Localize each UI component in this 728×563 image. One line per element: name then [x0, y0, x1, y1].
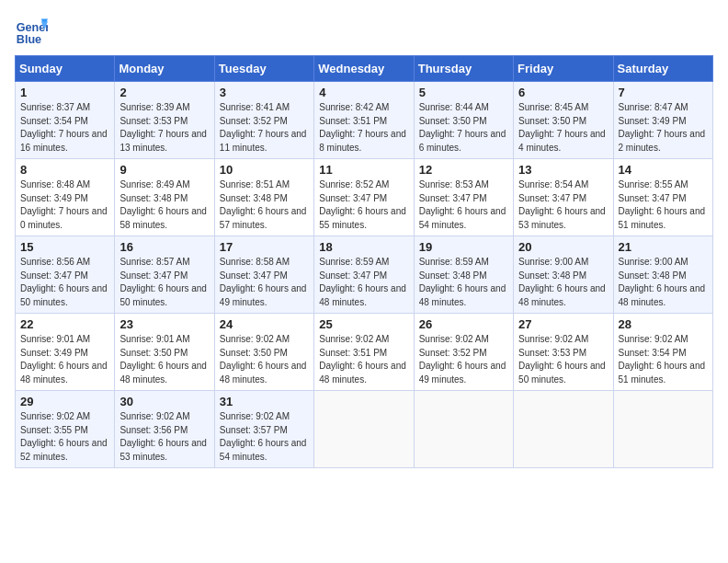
cell-details: Sunrise: 9:02 AMSunset: 3:54 PMDaylight:…	[619, 334, 706, 385]
week-row-2: 8 Sunrise: 8:48 AMSunset: 3:49 PMDayligh…	[16, 159, 713, 236]
calendar-cell: 8 Sunrise: 8:48 AMSunset: 3:49 PMDayligh…	[16, 159, 115, 236]
calendar-cell: 13 Sunrise: 8:54 AMSunset: 3:47 PMDaylig…	[514, 159, 613, 236]
col-header-tuesday: Tuesday	[214, 56, 313, 82]
cell-details: Sunrise: 8:41 AMSunset: 3:52 PMDaylight:…	[220, 102, 307, 153]
day-number: 29	[20, 395, 109, 408]
calendar-cell: 23 Sunrise: 9:01 AMSunset: 3:50 PMDaylig…	[115, 314, 214, 391]
calendar-cell: 30 Sunrise: 9:02 AMSunset: 3:56 PMDaylig…	[115, 391, 214, 468]
day-number: 22	[20, 317, 109, 331]
cell-details: Sunrise: 8:56 AMSunset: 3:47 PMDaylight:…	[20, 257, 108, 307]
day-number: 28	[619, 317, 708, 331]
cell-details: Sunrise: 9:02 AMSunset: 3:53 PMDaylight:…	[518, 334, 606, 385]
calendar-cell: 11 Sunrise: 8:52 AMSunset: 3:47 PMDaylig…	[314, 159, 414, 236]
cell-details: Sunrise: 8:42 AMSunset: 3:51 PMDaylight:…	[319, 102, 406, 153]
day-number: 15	[20, 240, 109, 254]
calendar-cell: 4 Sunrise: 8:42 AMSunset: 3:51 PMDayligh…	[314, 82, 414, 159]
cell-details: Sunrise: 8:59 AMSunset: 3:47 PMDaylight:…	[319, 257, 406, 307]
calendar-cell: 24 Sunrise: 9:02 AMSunset: 3:50 PMDaylig…	[214, 314, 313, 391]
cell-details: Sunrise: 8:51 AMSunset: 3:48 PMDaylight:…	[220, 179, 307, 230]
col-header-thursday: Thursday	[414, 56, 513, 82]
cell-details: Sunrise: 8:55 AMSunset: 3:47 PMDaylight:…	[619, 179, 706, 230]
calendar-cell: 22 Sunrise: 9:01 AMSunset: 3:49 PMDaylig…	[16, 314, 115, 391]
calendar-cell: 16 Sunrise: 8:57 AMSunset: 3:47 PMDaylig…	[115, 236, 214, 314]
cell-details: Sunrise: 8:48 AMSunset: 3:49 PMDaylight:…	[20, 179, 108, 230]
calendar-cell: 9 Sunrise: 8:49 AMSunset: 3:48 PMDayligh…	[115, 159, 214, 236]
cell-details: Sunrise: 8:44 AMSunset: 3:50 PMDaylight:…	[419, 102, 506, 153]
day-number: 23	[119, 317, 209, 331]
cell-details: Sunrise: 9:00 AMSunset: 3:48 PMDaylight:…	[619, 257, 706, 307]
day-number: 30	[119, 395, 209, 408]
week-row-5: 29 Sunrise: 9:02 AMSunset: 3:55 PMDaylig…	[16, 391, 713, 468]
calendar-cell: 12 Sunrise: 8:53 AMSunset: 3:47 PMDaylig…	[414, 159, 513, 236]
day-number: 10	[220, 163, 309, 177]
calendar-cell: 28 Sunrise: 9:02 AMSunset: 3:54 PMDaylig…	[613, 314, 712, 391]
cell-details: Sunrise: 9:02 AMSunset: 3:52 PMDaylight:…	[419, 334, 506, 385]
cell-details: Sunrise: 9:00 AMSunset: 3:48 PMDaylight:…	[518, 257, 606, 307]
day-number: 17	[220, 240, 309, 254]
cell-details: Sunrise: 8:49 AMSunset: 3:48 PMDaylight:…	[119, 179, 207, 230]
calendar-cell: 2 Sunrise: 8:39 AMSunset: 3:53 PMDayligh…	[115, 82, 214, 159]
cell-details: Sunrise: 9:02 AMSunset: 3:51 PMDaylight:…	[319, 334, 406, 385]
calendar-cell: 19 Sunrise: 8:59 AMSunset: 3:48 PMDaylig…	[414, 236, 513, 314]
cell-details: Sunrise: 9:02 AMSunset: 3:55 PMDaylight:…	[20, 411, 108, 462]
header-row: SundayMondayTuesdayWednesdayThursdayFrid…	[16, 56, 713, 82]
day-number: 3	[220, 86, 309, 99]
calendar-cell: 6 Sunrise: 8:45 AMSunset: 3:50 PMDayligh…	[514, 82, 613, 159]
calendar-cell	[613, 391, 712, 468]
cell-details: Sunrise: 9:02 AMSunset: 3:57 PMDaylight:…	[220, 411, 307, 462]
day-number: 6	[518, 86, 608, 99]
calendar-cell: 5 Sunrise: 8:44 AMSunset: 3:50 PMDayligh…	[414, 82, 513, 159]
logo: General Blue	[15, 15, 51, 48]
day-number: 20	[518, 240, 608, 254]
cell-details: Sunrise: 8:45 AMSunset: 3:50 PMDaylight:…	[518, 102, 606, 153]
calendar-cell	[514, 391, 613, 468]
cell-details: Sunrise: 9:01 AMSunset: 3:50 PMDaylight:…	[119, 334, 207, 385]
calendar-cell: 26 Sunrise: 9:02 AMSunset: 3:52 PMDaylig…	[414, 314, 513, 391]
cell-details: Sunrise: 9:01 AMSunset: 3:49 PMDaylight:…	[20, 334, 108, 385]
day-number: 2	[119, 86, 209, 99]
calendar-cell: 7 Sunrise: 8:47 AMSunset: 3:49 PMDayligh…	[613, 82, 712, 159]
day-number: 8	[20, 163, 109, 177]
cell-details: Sunrise: 8:58 AMSunset: 3:47 PMDaylight:…	[220, 257, 307, 307]
calendar-cell: 20 Sunrise: 9:00 AMSunset: 3:48 PMDaylig…	[514, 236, 613, 314]
page-header: General Blue	[15, 15, 713, 48]
day-number: 7	[619, 86, 708, 99]
calendar-cell	[314, 391, 414, 468]
calendar-cell: 27 Sunrise: 9:02 AMSunset: 3:53 PMDaylig…	[514, 314, 613, 391]
day-number: 27	[518, 317, 608, 331]
calendar-cell: 18 Sunrise: 8:59 AMSunset: 3:47 PMDaylig…	[314, 236, 414, 314]
week-row-4: 22 Sunrise: 9:01 AMSunset: 3:49 PMDaylig…	[16, 314, 713, 391]
day-number: 11	[319, 163, 408, 177]
calendar-cell: 15 Sunrise: 8:56 AMSunset: 3:47 PMDaylig…	[16, 236, 115, 314]
calendar-cell: 25 Sunrise: 9:02 AMSunset: 3:51 PMDaylig…	[314, 314, 414, 391]
day-number: 21	[619, 240, 708, 254]
calendar-cell: 29 Sunrise: 9:02 AMSunset: 3:55 PMDaylig…	[16, 391, 115, 468]
calendar-cell: 31 Sunrise: 9:02 AMSunset: 3:57 PMDaylig…	[214, 391, 313, 468]
cell-details: Sunrise: 8:37 AMSunset: 3:54 PMDaylight:…	[20, 102, 108, 153]
day-number: 25	[319, 317, 408, 331]
day-number: 13	[518, 163, 608, 177]
day-number: 31	[220, 395, 309, 408]
day-number: 18	[319, 240, 408, 254]
cell-details: Sunrise: 8:47 AMSunset: 3:49 PMDaylight:…	[619, 102, 706, 153]
cell-details: Sunrise: 8:57 AMSunset: 3:47 PMDaylight:…	[119, 257, 207, 307]
day-number: 1	[20, 86, 109, 99]
day-number: 4	[319, 86, 408, 99]
calendar-table: SundayMondayTuesdayWednesdayThursdayFrid…	[15, 55, 713, 468]
col-header-sunday: Sunday	[16, 56, 115, 82]
cell-details: Sunrise: 8:52 AMSunset: 3:47 PMDaylight:…	[319, 179, 406, 230]
calendar-cell	[414, 391, 513, 468]
day-number: 16	[119, 240, 209, 254]
calendar-cell: 14 Sunrise: 8:55 AMSunset: 3:47 PMDaylig…	[613, 159, 712, 236]
svg-text:Blue: Blue	[17, 33, 41, 46]
col-header-monday: Monday	[115, 56, 214, 82]
day-number: 12	[419, 163, 508, 177]
cell-details: Sunrise: 9:02 AMSunset: 3:56 PMDaylight:…	[119, 411, 207, 462]
calendar-cell: 17 Sunrise: 8:58 AMSunset: 3:47 PMDaylig…	[214, 236, 313, 314]
day-number: 9	[119, 163, 209, 177]
cell-details: Sunrise: 8:59 AMSunset: 3:48 PMDaylight:…	[419, 257, 506, 307]
day-number: 19	[419, 240, 508, 254]
calendar-cell: 10 Sunrise: 8:51 AMSunset: 3:48 PMDaylig…	[214, 159, 313, 236]
day-number: 26	[419, 317, 508, 331]
calendar-cell: 1 Sunrise: 8:37 AMSunset: 3:54 PMDayligh…	[16, 82, 115, 159]
